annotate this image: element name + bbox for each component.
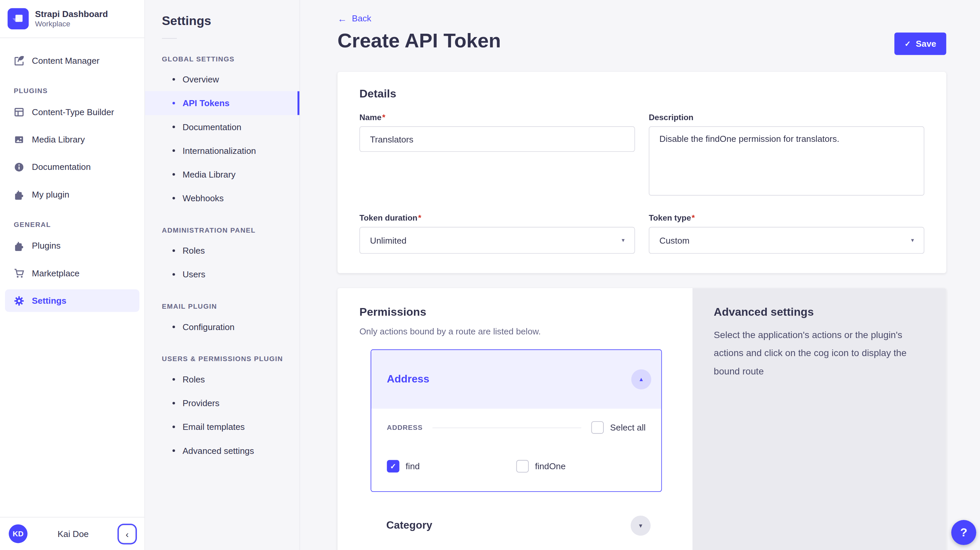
required-asterisk: *	[382, 112, 385, 122]
accordion-address-header[interactable]: Address ▲	[371, 350, 661, 409]
subnav-item-up-roles[interactable]: Roles	[145, 367, 299, 391]
advanced-settings-title: Advanced settings	[714, 306, 925, 319]
subnav-item-media-library[interactable]: Media Library	[145, 163, 299, 186]
name-input[interactable]	[359, 126, 635, 152]
question-mark-icon: ?	[960, 526, 967, 539]
accordion-category-header[interactable]: Category ▼	[371, 498, 660, 550]
advanced-settings-description: Select the application's actions or the …	[714, 326, 925, 380]
sidebar-item-settings[interactable]: Settings	[5, 289, 139, 312]
bullet-icon	[172, 426, 175, 428]
subnav-item-up-advanced-settings[interactable]: Advanced settings	[145, 439, 299, 462]
sidebar-item-label: Media Library	[32, 134, 85, 145]
findone-checkbox[interactable]	[516, 460, 529, 472]
token-duration-select[interactable]: Unlimited ▼	[359, 227, 635, 254]
sidebar-nav: Content Manager PLUGINS Content-Type Bui…	[0, 38, 145, 312]
token-type-select[interactable]: Custom ▼	[649, 227, 924, 254]
workspace-brand[interactable]: Strapi Dashboard Workplace	[0, 0, 145, 38]
page-title: Create API Token	[337, 29, 501, 53]
details-card: Details Name* Description Disable the fi…	[337, 72, 946, 273]
picture-icon	[14, 134, 24, 145]
permissions-card: Permissions Only actions bound by a rout…	[337, 288, 946, 550]
sidebar-item-label: Content Manager	[32, 56, 100, 66]
description-label: Description	[649, 112, 924, 122]
action-findone-row: findOne	[516, 460, 646, 472]
bullet-icon	[172, 197, 175, 199]
accordion-address-title: Address	[387, 373, 429, 386]
select-all-checkbox[interactable]	[592, 421, 604, 434]
permissions-subtitle: Only actions bound by a route are listed…	[359, 327, 682, 336]
page-header: Create API Token ✓ Save	[337, 29, 946, 55]
action-find-row: ✓ find	[387, 460, 516, 472]
address-group-row: ADDRESS Select all	[387, 421, 646, 434]
find-checkbox[interactable]: ✓	[387, 460, 399, 472]
sidebar-section-plugins: PLUGINS	[0, 87, 145, 94]
feather-pen-icon	[14, 56, 24, 66]
subnav-section-users-permissions-plugin: USERS & PERMISSIONS PLUGIN	[145, 355, 299, 362]
token-duration-value: Unlimited	[370, 235, 406, 245]
bullet-icon	[172, 150, 175, 152]
bullet-icon	[172, 273, 175, 275]
chevron-down-icon: ▼	[638, 523, 643, 529]
strapi-admin-app: Strapi Dashboard Workplace Content Manag…	[0, 0, 980, 550]
chevron-down-icon: ▼	[910, 238, 915, 243]
subnav-divider	[162, 38, 177, 39]
token-type-label: Token type*	[649, 213, 924, 223]
expand-accordion-button[interactable]: ▼	[631, 516, 651, 536]
main-sidebar: Strapi Dashboard Workplace Content Manag…	[0, 0, 145, 550]
find-label: find	[406, 461, 420, 471]
subnav-item-api-tokens[interactable]: API Tokens	[145, 91, 299, 115]
bullet-icon	[172, 173, 175, 175]
subnav-item-up-providers[interactable]: Providers	[145, 391, 299, 415]
back-arrow-icon: ←	[337, 13, 347, 23]
shopping-cart-icon	[14, 268, 24, 278]
sidebar-item-marketplace[interactable]: Marketplace	[5, 262, 139, 284]
token-duration-label: Token duration*	[359, 213, 635, 223]
sidebar-item-media-library[interactable]: Media Library	[5, 128, 139, 150]
subnav-item-overview[interactable]: Overview	[145, 67, 299, 91]
subnav-section-global-settings: GLOBAL SETTINGS	[145, 55, 299, 62]
subnav-item-internationalization[interactable]: Internationalization	[145, 139, 299, 163]
advanced-settings-panel: Advanced settings Select the application…	[692, 288, 946, 550]
bullet-icon	[172, 326, 175, 328]
subnav-item-email-configuration[interactable]: Configuration	[145, 315, 299, 339]
sidebar-item-plugins[interactable]: Plugins	[5, 234, 139, 257]
puzzle-icon	[14, 240, 24, 251]
chevron-left-icon: ‹	[126, 528, 129, 539]
sidebar-item-content-manager[interactable]: Content Manager	[5, 49, 139, 72]
bullet-icon	[172, 249, 175, 252]
sidebar-item-my-plugin[interactable]: My plugin	[5, 183, 139, 206]
chevron-down-icon: ▼	[621, 238, 626, 243]
accordion-category-title: Category	[386, 519, 432, 532]
app-title: Strapi Dashboard	[35, 9, 108, 20]
back-link[interactable]: ← Back	[337, 13, 371, 23]
group-divider	[433, 427, 581, 428]
description-textarea[interactable]: Disable the findOne permission for trans…	[649, 126, 924, 196]
bullet-icon	[172, 102, 175, 104]
sidebar-item-documentation[interactable]: Documentation	[5, 156, 139, 178]
required-asterisk: *	[692, 213, 695, 223]
subnav-section-administration-panel: ADMINISTRATION PANEL	[145, 226, 299, 234]
subnav-item-webhooks[interactable]: Webhooks	[145, 186, 299, 210]
subnav-item-documentation[interactable]: Documentation	[145, 115, 299, 139]
bullet-icon	[172, 402, 175, 404]
collapse-accordion-button[interactable]: ▲	[631, 370, 651, 389]
layout-grid-icon	[14, 107, 24, 117]
help-button[interactable]: ?	[951, 520, 976, 545]
bullet-icon	[172, 78, 175, 80]
address-group-label: ADDRESS	[387, 424, 423, 431]
subnav-item-admin-users[interactable]: Users	[145, 263, 299, 286]
sidebar-item-label: My plugin	[32, 189, 69, 199]
sidebar-collapse-button[interactable]: ‹	[119, 524, 136, 543]
chevron-up-icon: ▲	[638, 376, 644, 383]
permissions-title: Permissions	[359, 306, 682, 319]
required-asterisk: *	[418, 213, 421, 223]
sidebar-item-content-type-builder[interactable]: Content-Type Builder	[5, 101, 139, 123]
sidebar-item-label: Content-Type Builder	[32, 107, 114, 117]
details-form: Name* Description Disable the findOne pe…	[359, 112, 924, 253]
subnav-title: Settings	[145, 0, 299, 28]
findone-label: findOne	[535, 461, 566, 471]
subnav-item-up-email-templates[interactable]: Email templates	[145, 415, 299, 438]
save-button[interactable]: ✓ Save	[895, 32, 946, 55]
check-icon: ✓	[905, 39, 911, 48]
subnav-item-admin-roles[interactable]: Roles	[145, 239, 299, 262]
